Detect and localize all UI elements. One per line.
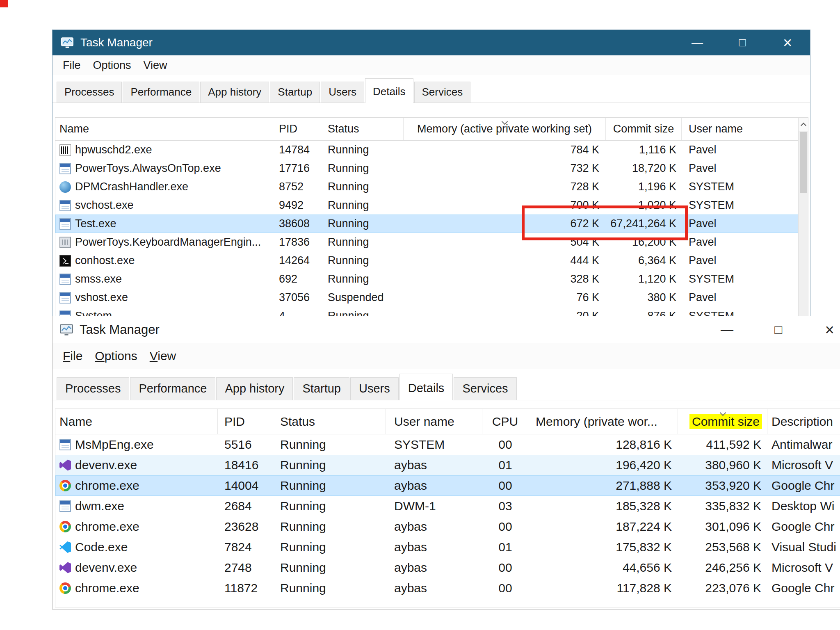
column-header-status[interactable]: Status — [271, 409, 386, 434]
process-row[interactable]: hpwuschd2.exe 14784 Running 784 K 1,116 … — [55, 141, 808, 159]
status-cell: Running — [271, 434, 386, 455]
process-row[interactable]: MsMpEng.exe 5516 Running SYSTEM 00 128,8… — [55, 434, 840, 455]
user-name-cell: SYSTEM — [386, 434, 482, 455]
column-header-status[interactable]: Status — [321, 118, 404, 140]
tab-app-history[interactable]: App history — [200, 82, 269, 103]
column-header-description[interactable]: Description — [767, 409, 840, 434]
tab-processes[interactable]: Processes — [57, 377, 129, 400]
tab-services[interactable]: Services — [414, 82, 471, 103]
close-button[interactable]: × — [804, 316, 840, 343]
scrollbar-thumb[interactable] — [800, 132, 807, 193]
process-row[interactable]: chrome.exe 11872 Running aybas 00 117,82… — [55, 578, 840, 598]
column-header-cpu[interactable]: CPU — [482, 409, 528, 434]
maximize-button[interactable]: □ — [720, 30, 765, 55]
cpu-cell: 00 — [482, 516, 528, 537]
menu-file[interactable]: File — [57, 59, 87, 72]
process-row[interactable]: Test.exe 38608 Running 672 K 67,241,264 … — [55, 215, 808, 233]
column-header-memory[interactable]: Memory (private wor... — [528, 409, 678, 434]
column-header-user-name[interactable]: User name — [386, 409, 482, 434]
commit-size-cell: 18,720 K — [606, 159, 682, 178]
tab-processes[interactable]: Processes — [57, 82, 122, 103]
tab-performance[interactable]: Performance — [130, 377, 215, 400]
process-name: devenv.exe — [75, 561, 137, 575]
tab-startup[interactable]: Startup — [294, 377, 349, 400]
process-row[interactable]: Code.exe 7824 Running aybas 01 175,832 K… — [55, 537, 840, 557]
commit-size-cell: 301,096 K — [678, 516, 767, 537]
process-name-cell: conhost.exe — [55, 251, 271, 270]
menu-view[interactable]: View — [137, 59, 173, 72]
commit-size-cell: 353,920 K — [678, 475, 767, 496]
menu-options[interactable]: Options — [87, 59, 137, 72]
chrome-icon — [59, 480, 71, 491]
column-header-memory[interactable]: Memory (active private working set) — [404, 118, 606, 140]
menu-options[interactable]: Options — [89, 349, 143, 363]
process-row[interactable]: conhost.exe 14264 Running 444 K 6,364 K … — [55, 251, 808, 270]
process-name: chrome.exe — [75, 479, 139, 493]
process-row[interactable]: svchost.exe 9492 Running 700 K 1,020 K S… — [55, 196, 808, 215]
column-header-commit-size[interactable]: Commit size — [606, 118, 682, 140]
visual-studio-icon — [59, 459, 71, 471]
process-name: PowerToys.AlwaysOnTop.exe — [75, 162, 221, 175]
minimize-button[interactable]: — — [675, 30, 720, 55]
column-header-pid[interactable]: PID — [271, 118, 321, 140]
commit-size-cell: 6,364 K — [606, 251, 682, 270]
tab-details[interactable]: Details — [399, 374, 453, 400]
pid-cell: 692 — [271, 270, 321, 288]
cpu-cell: 03 — [482, 496, 528, 516]
memory-cell: 185,328 K — [528, 496, 678, 516]
column-header-commit-size[interactable]: Commit size — [678, 409, 767, 434]
user-name-cell: aybas — [386, 578, 482, 598]
tab-startup[interactable]: Startup — [270, 82, 320, 103]
column-header-pid[interactable]: PID — [218, 409, 271, 434]
task-manager-icon — [60, 36, 75, 50]
process-row[interactable]: PowerToys.KeyboardManagerEngin... 17836 … — [55, 233, 808, 251]
tab-services[interactable]: Services — [454, 377, 516, 400]
menu-file[interactable]: File — [57, 349, 89, 363]
process-name-cell: Code.exe — [55, 537, 218, 557]
process-row[interactable]: smss.exe 692 Running 328 K 1,120 K SYSTE… — [55, 270, 808, 288]
tab-bar: Processes Performance App history Startu… — [52, 369, 840, 400]
commit-size-cell: 380 K — [606, 288, 682, 307]
tab-users[interactable]: Users — [350, 377, 399, 400]
pid-cell: 38608 — [271, 215, 321, 233]
menu-view[interactable]: View — [144, 349, 182, 363]
status-cell: Running — [271, 557, 386, 578]
process-row[interactable]: DPMCrashHandler.exe 8752 Running 728 K 1… — [55, 178, 808, 196]
minimize-button[interactable]: — — [701, 316, 753, 343]
process-name-cell: vshost.exe — [55, 288, 271, 307]
scroll-up-button[interactable] — [799, 118, 808, 131]
task-manager-window-bottom: Task Manager — □ × File Options View Pro… — [52, 316, 840, 609]
tab-performance[interactable]: Performance — [123, 82, 199, 103]
titlebar[interactable]: Task Manager — □ × — [52, 316, 840, 343]
app-window-icon — [59, 500, 71, 512]
process-row[interactable]: chrome.exe 23628 Running aybas 00 187,22… — [55, 516, 840, 537]
status-cell: Running — [321, 196, 404, 215]
column-header-name[interactable]: Name — [55, 409, 218, 434]
maximize-button[interactable]: □ — [753, 316, 804, 343]
app-window-icon — [59, 292, 71, 304]
tab-details[interactable]: Details — [365, 78, 413, 103]
process-row[interactable]: devenv.exe 18416 Running aybas 01 196,42… — [55, 455, 840, 475]
column-header-name[interactable]: Name — [55, 118, 271, 140]
memory-cell: 728 K — [404, 178, 606, 196]
column-header-user-name[interactable]: User name — [682, 118, 798, 140]
tab-users[interactable]: Users — [321, 82, 364, 103]
vscode-icon — [59, 541, 71, 553]
titlebar[interactable]: Task Manager — □ × — [52, 30, 810, 55]
process-row[interactable]: devenv.exe 2748 Running aybas 00 44,656 … — [55, 557, 840, 578]
process-row[interactable]: chrome.exe 14004 Running aybas 00 271,88… — [55, 475, 840, 496]
vertical-scrollbar[interactable] — [798, 118, 808, 318]
process-row[interactable]: PowerToys.AlwaysOnTop.exe 17716 Running … — [55, 159, 808, 178]
process-row[interactable]: vshost.exe 37056 Suspended 76 K 380 K Pa… — [55, 288, 808, 307]
chevron-up-icon — [800, 123, 806, 128]
process-name: DPMCrashHandler.exe — [75, 180, 188, 193]
memory-cell: 128,816 K — [528, 434, 678, 455]
process-row[interactable]: dwm.exe 2684 Running DWM-1 03 185,328 K … — [55, 496, 840, 516]
visual-studio-icon — [59, 562, 71, 573]
tab-app-history[interactable]: App history — [216, 377, 293, 400]
close-button[interactable]: × — [765, 30, 810, 55]
process-name: PowerToys.KeyboardManagerEngin... — [75, 236, 261, 249]
commit-size-cell: 223,076 K — [678, 578, 767, 598]
process-name-cell: smss.exe — [55, 270, 271, 288]
app-window-icon — [59, 163, 71, 174]
